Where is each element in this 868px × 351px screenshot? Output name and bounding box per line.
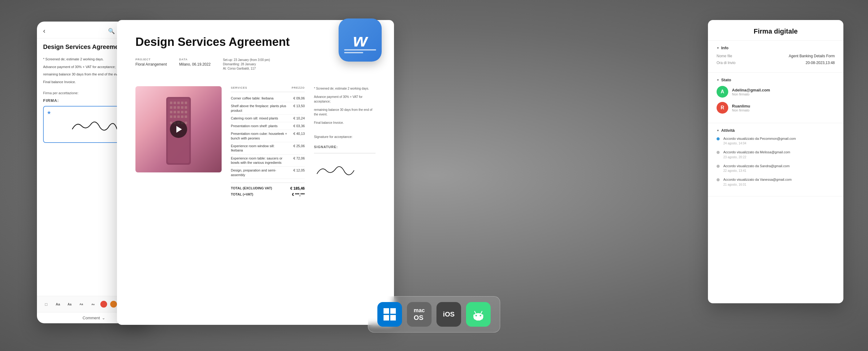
svg-rect-35: [473, 314, 475, 318]
attivita-section: Attività Accordo visualizzato da Pecommo…: [708, 123, 843, 197]
total-vat-label: TOTAL (+VAT): [231, 193, 253, 197]
data-value: Milano, 06.19.2022: [179, 62, 211, 66]
service-name: Experience room table: saucers or bowls …: [231, 156, 293, 165]
service-row: Shelf above the fireplace: plants plus p…: [231, 102, 305, 115]
service-name: Corner coffee table: Ikebana: [231, 96, 293, 100]
svg-rect-11: [185, 106, 187, 109]
svg-rect-38: [478, 319, 480, 321]
color-red-tool[interactable]: [100, 301, 107, 308]
signer-item-0: A Adelina@gmail.com Non firmato: [717, 86, 835, 97]
svg-rect-21: [185, 115, 187, 118]
service-price: € 25,06: [293, 144, 305, 153]
svg-rect-29: [383, 315, 389, 321]
svg-rect-20: [181, 115, 183, 118]
svg-rect-18: [174, 115, 176, 118]
text-medium-tool[interactable]: Aa: [65, 300, 74, 309]
activity-date-3: 21 agosto, 16:01: [723, 183, 792, 186]
select-tool[interactable]: □: [42, 300, 51, 309]
svg-rect-32: [474, 314, 483, 319]
search-icon[interactable]: 🔍: [108, 28, 115, 34]
service-name: Catering room sill: mixed plants: [231, 116, 293, 120]
stato-section-title: Stato: [717, 78, 835, 82]
app-icon: w: [339, 19, 382, 62]
signer-status-1: Non firmato: [732, 108, 750, 112]
nome-file-key: Nome file: [717, 54, 732, 58]
svg-rect-5: [181, 101, 183, 104]
sig-star-icon: ★: [47, 109, 51, 116]
right-panel-header: Firma digitale: [708, 20, 843, 41]
svg-rect-27: [383, 308, 389, 314]
activity-dot-1: [717, 151, 720, 154]
service-name: Presentation room shelf: plants: [231, 124, 293, 128]
doc-meta: PROJECT Floral Arrangement DATA Milano, …: [135, 58, 375, 71]
right-panel: Firma digitale Info Nome file Agent Bank…: [708, 20, 843, 303]
color-orange-tool[interactable]: [110, 301, 117, 308]
doc-right-col: * Screened de; estimate 2 working days. …: [314, 86, 375, 316]
service-row: Design, preparation and semi-assembly € …: [231, 167, 305, 179]
activity-dot-3: [717, 178, 720, 181]
service-name: Design, preparation and semi-assembly: [231, 168, 293, 177]
svg-rect-30: [390, 315, 396, 321]
android-badge[interactable]: [466, 302, 491, 327]
svg-rect-12: [170, 111, 173, 113]
svg-rect-19: [177, 115, 180, 118]
windows-badge[interactable]: [377, 302, 402, 327]
nome-file-val: Agent Banking Details Form: [789, 54, 835, 58]
comment-chevron-icon: ⌄: [102, 316, 105, 320]
play-button[interactable]: [170, 121, 187, 138]
right-text-2: Advance payment of 30% + VAT for accepta…: [314, 94, 375, 104]
macos-badge[interactable]: macOS: [407, 302, 432, 327]
ora-invio-row: Ora di Invio 20-08-2023,13:48: [717, 61, 835, 65]
svg-rect-3: [174, 101, 176, 104]
total-vat-value: € ***,***: [292, 193, 305, 197]
activity-text-3: Accordo visualizzato da Vanessa@gmail.co…: [723, 177, 792, 182]
ora-invio-val: 20-08-2023,13:48: [806, 61, 835, 65]
attivita-section-title: Attività: [717, 128, 835, 133]
service-price: € 72,06: [293, 156, 305, 165]
service-row: Experience room table: saucers or bowls …: [231, 154, 305, 167]
activity-item-0: Accordo visualizzato da Pecommon@gmail.c…: [717, 137, 835, 145]
service-row: Presentation room shelf: plants € 03,36: [231, 122, 305, 130]
svg-rect-9: [177, 106, 180, 109]
app-icon-lines: [344, 49, 376, 55]
activity-date-2: 22 agosto, 13:41: [723, 169, 789, 172]
ios-label: iOS: [443, 310, 455, 318]
windows-icon: [383, 308, 397, 321]
signer-email-1: Ruanlimu: [732, 104, 750, 108]
svg-rect-28: [390, 308, 396, 314]
svg-rect-13: [174, 111, 176, 113]
scene: ‹ 🔍 ⊞ 📄 ⋯ Design Services Agreement * Sc…: [0, 0, 868, 351]
info-section: Info Nome file Agent Banking Details For…: [708, 41, 843, 73]
svg-rect-2: [170, 101, 173, 104]
text-xs-tool[interactable]: Aa: [89, 300, 97, 309]
back-button[interactable]: ‹: [43, 27, 45, 35]
right-text-1: * Screened de; estimate 2 working days.: [314, 86, 375, 91]
service-name: Presentation room cube: houseleek + bunc…: [231, 131, 293, 140]
ios-badge[interactable]: iOS: [436, 302, 461, 327]
total-vat-row: TOTAL (+VAT) € ***,***: [231, 192, 305, 198]
total-excl-value: € 185,46: [290, 186, 305, 191]
text-small-tool[interactable]: Aa: [77, 300, 86, 309]
prezzo-col-label: PREZZO: [291, 86, 305, 89]
svg-rect-14: [177, 111, 180, 113]
service-price: € 03,36: [293, 124, 305, 128]
signature-drawing: [66, 112, 122, 137]
signer-status-0: Non firmato: [732, 92, 770, 96]
ora-invio-key: Ora di Invio: [717, 61, 735, 65]
svg-rect-6: [185, 101, 187, 104]
project-col: PROJECT Floral Arrangement: [135, 58, 167, 71]
doc-image: [135, 86, 222, 172]
nome-file-row: Nome file Agent Banking Details Form: [717, 54, 835, 58]
activity-item-1: Accordo visualizzato da Melissa@gmail.co…: [717, 150, 835, 158]
svg-point-33: [475, 315, 477, 317]
doc-body: SERVICES PREZZO Corner coffee table: Ike…: [117, 86, 394, 325]
text-large-tool[interactable]: Aa: [54, 300, 62, 309]
service-row: Presentation room cube: houseleek + bunc…: [231, 130, 305, 142]
app-icon-line-2: [344, 52, 363, 53]
svg-rect-10: [181, 106, 183, 109]
services-col-label: SERVICES: [231, 86, 247, 89]
svg-rect-7: [170, 106, 173, 109]
service-price: € 40,13: [293, 131, 305, 140]
svg-rect-4: [177, 101, 180, 104]
project-label: PROJECT: [135, 58, 167, 61]
